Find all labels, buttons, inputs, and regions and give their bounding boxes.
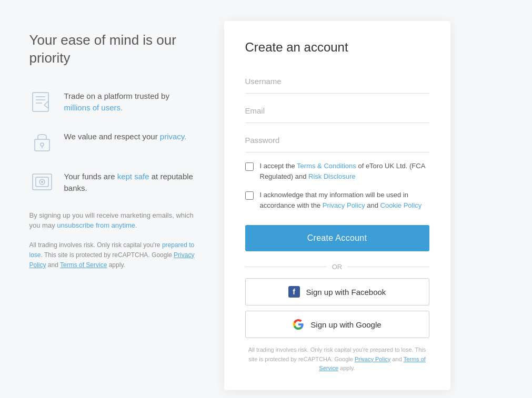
bottom-disclaimer: All trading involves risk. Only risk cap… [245, 345, 429, 373]
trade-icon [29, 88, 55, 114]
svg-point-10 [41, 181, 43, 183]
create-account-button[interactable]: Create Account [245, 225, 429, 251]
password-field-group [245, 128, 429, 152]
or-label: OR [332, 263, 343, 271]
privacy-policy-link[interactable]: Privacy Policy [323, 201, 365, 209]
username-field-group [245, 69, 429, 94]
page-container: Your ease of mind is our priority Trade … [14, 0, 519, 398]
left-privacy-link[interactable]: Privacy Policy [29, 251, 195, 269]
feature-funds-text: Your funds are kept safe at reputable ba… [64, 169, 198, 195]
left-panel: Your ease of mind is our priority Trade … [24, 21, 203, 281]
feature-privacy: We value and respect your privacy. [29, 129, 198, 154]
risk-disclosure-link[interactable]: Risk Disclosure [308, 172, 356, 180]
facebook-signup-button[interactable]: f Sign up with Facebook [245, 278, 429, 305]
svg-point-5 [41, 143, 44, 146]
tagline: Your ease of mind is our priority [29, 32, 198, 67]
svg-rect-4 [35, 139, 49, 151]
privacy-label: I acknowledge that my information will b… [260, 190, 429, 210]
email-field-group [245, 99, 429, 123]
or-divider: OR [245, 263, 429, 271]
google-icon [293, 319, 304, 330]
privacy-checkbox[interactable] [245, 191, 254, 200]
funds-icon [29, 169, 55, 194]
privacy-icon [29, 129, 55, 154]
right-panel: Create an account I accept the Terms & C… [224, 21, 450, 390]
left-tos-link[interactable]: Terms of Service [60, 261, 107, 269]
terms-checkbox-group: I accept the Terms & Conditions of eToro… [245, 161, 429, 181]
google-btn-label: Sign up with Google [310, 320, 381, 329]
svg-rect-0 [33, 93, 48, 111]
facebook-icon: f [288, 286, 300, 298]
facebook-btn-label: Sign up with Facebook [306, 288, 386, 297]
marketing-note: By signing up you will receive marketing… [29, 210, 198, 231]
terms-label: I accept the Terms & Conditions of eToro… [260, 161, 429, 181]
bottom-privacy-link[interactable]: Privacy Policy [355, 356, 390, 362]
terms-conditions-link[interactable]: Terms & Conditions [297, 162, 356, 170]
email-input[interactable] [245, 99, 429, 123]
feature-funds: Your funds are kept safe at reputable ba… [29, 169, 198, 195]
password-input[interactable] [245, 128, 429, 152]
form-title: Create an account [245, 40, 429, 55]
privacy-checkbox-group: I acknowledge that my information will b… [245, 190, 429, 210]
feature-trade-text: Trade on a platform trusted by millions … [64, 88, 198, 114]
risk-note: All trading involves risk. Only risk cap… [29, 240, 198, 271]
username-input[interactable] [245, 69, 429, 93]
google-signup-button[interactable]: Sign up with Google [245, 311, 429, 338]
feature-trade: Trade on a platform trusted by millions … [29, 88, 198, 114]
terms-checkbox[interactable] [245, 162, 254, 171]
feature-privacy-text: We value and respect your privacy. [64, 129, 187, 143]
cookie-policy-link[interactable]: Cookie Policy [380, 201, 422, 209]
